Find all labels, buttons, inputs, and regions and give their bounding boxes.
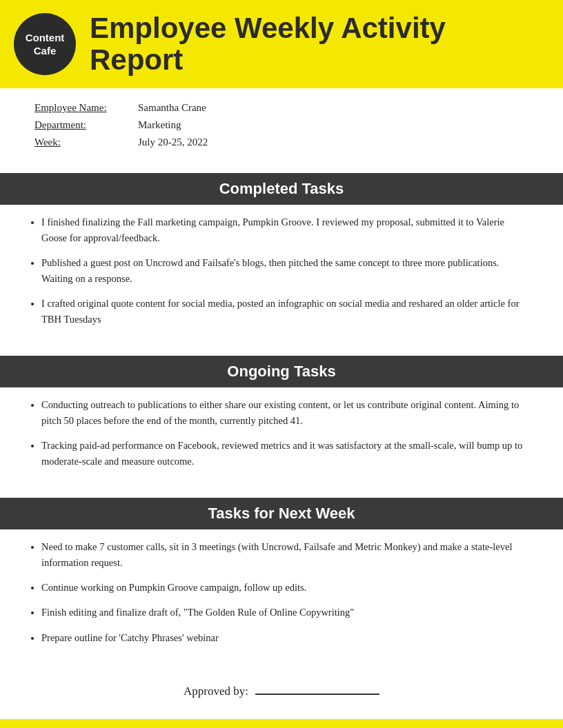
list-item: I crafted original quote content for soc… — [41, 296, 529, 327]
week-value: July 20-25, 2022 — [138, 136, 208, 148]
list-item: Finish editing and finalize draft of, "T… — [41, 605, 529, 620]
list-item: Prepare outline for 'Catchy Phrases' web… — [41, 630, 529, 645]
department-row: Department: Marketing — [34, 119, 529, 131]
ongoing-tasks-list: Conducting outreach to publications to e… — [0, 387, 563, 485]
list-item: Tracking paid-ad performance on Facebook… — [41, 438, 529, 469]
list-item: Published a guest post on Uncrowd and Fa… — [41, 255, 529, 286]
approved-by-line: Approved by: — [184, 682, 379, 698]
employee-info: Employee Name: Samantha Crane Department… — [0, 88, 563, 161]
employee-name-row: Employee Name: Samantha Crane — [34, 102, 529, 114]
page-header: ContentCafe Employee Weekly Activity Rep… — [0, 0, 563, 88]
next-week-tasks-header: Tasks for Next Week — [0, 498, 563, 529]
ongoing-tasks-header: Ongoing Tasks — [0, 356, 563, 387]
approval-footer: Approved by: — [0, 676, 563, 698]
week-row: Week: July 20-25, 2022 — [34, 136, 529, 148]
footer-yellow-bar — [0, 719, 563, 728]
list-item: I finished finalizing the Fall marketing… — [41, 214, 529, 245]
list-item: Conducting outreach to publications to e… — [41, 397, 529, 428]
report-title: Employee Weekly Activity Report — [90, 12, 542, 76]
logo-text: ContentCafe — [26, 31, 65, 58]
company-logo: ContentCafe — [14, 13, 76, 75]
employee-name-label: Employee Name: — [34, 102, 138, 114]
department-value: Marketing — [138, 119, 181, 131]
approved-by-label: Approved by: — [184, 685, 248, 698]
employee-name-value: Samantha Crane — [138, 102, 206, 114]
next-week-tasks-list: Need to make 7 customer calls, sit in 3 … — [0, 529, 563, 662]
approved-by-signature-line — [255, 682, 379, 695]
list-item: Continue working on Pumpkin Groove campa… — [41, 580, 529, 595]
department-label: Department: — [34, 119, 138, 131]
completed-tasks-list: I finished finalizing the Fall marketing… — [0, 205, 563, 343]
list-item: Need to make 7 customer calls, sit in 3 … — [41, 539, 529, 570]
completed-tasks-header: Completed Tasks — [0, 173, 563, 205]
week-label: Week: — [34, 136, 138, 148]
